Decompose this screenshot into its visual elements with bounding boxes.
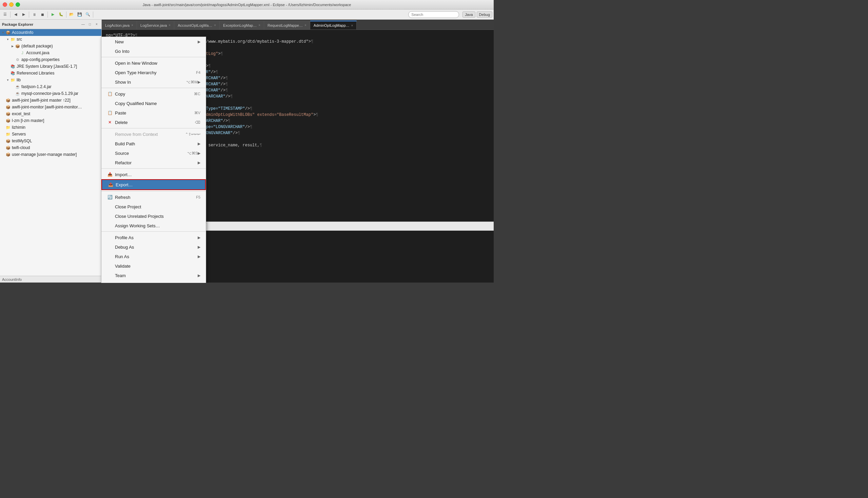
ctx-icon-copy: 📋: [107, 91, 113, 97]
ctx-item-build-path[interactable]: Build Path ▶: [101, 139, 206, 148]
ctx-item-copy-qualified-name[interactable]: Copy Qualified Name: [101, 99, 206, 108]
ctx-label-remove-from-context: Remove from Context: [115, 132, 178, 137]
ctx-item-new[interactable]: New ▶: [101, 37, 206, 47]
ctx-item-team[interactable]: Team ▶: [101, 271, 206, 280]
ctx-label-delete: Delete: [115, 120, 188, 125]
ctx-icon-run-as: [107, 253, 113, 260]
ctx-item-export[interactable]: 📤 Export…: [101, 179, 206, 190]
ctx-label-build-path: Build Path: [115, 141, 198, 146]
ctx-item-gointo[interactable]: Go Into: [101, 47, 206, 56]
context-menu-overlay[interactable]: New ▶ Go Into Open in New Window Open Ty…: [0, 0, 494, 283]
ctx-label-paste: Paste: [115, 110, 188, 116]
ctx-separator-sep6: [101, 231, 206, 232]
ctx-icon-source: [107, 150, 113, 156]
ctx-arrow-build-path: ▶: [198, 142, 200, 146]
ctx-shortcut-delete: ⌫: [195, 120, 200, 124]
ctx-label-team: Team: [115, 273, 198, 278]
ctx-separator-sep3: [101, 128, 206, 128]
ctx-separator-sep4: [101, 168, 206, 169]
ctx-icon-validate: [107, 263, 113, 269]
ctx-icon-assign-working-sets: [107, 223, 113, 229]
ctx-icon-refresh: 🔄: [107, 194, 113, 200]
ctx-item-import[interactable]: 📥 Import…: [101, 170, 206, 179]
ctx-shortcut-show-in: ⌥⌘W: [186, 80, 198, 84]
ctx-item-assign-working-sets[interactable]: Assign Working Sets…: [101, 221, 206, 231]
ctx-label-export: Export…: [116, 182, 200, 187]
ctx-label-source: Source: [115, 151, 180, 156]
ctx-label-gointo: Go Into: [115, 49, 200, 54]
ctx-arrow-team: ▶: [198, 273, 200, 278]
ctx-label-close-unrelated-projects: Close Unrelated Projects: [115, 214, 200, 219]
ctx-label-new: New: [115, 39, 198, 44]
ctx-arrow-source: ▶: [198, 151, 200, 156]
ctx-label-run-as: Run As: [115, 254, 198, 259]
ctx-label-refactor: Refactor: [115, 160, 198, 165]
ctx-icon-debug-as: [107, 244, 113, 250]
ctx-shortcut-open-type-hierarchy: F4: [196, 70, 200, 75]
ctx-shortcut-paste: ⌘V: [194, 111, 200, 115]
ctx-arrow-compare-with: ▶: [198, 283, 200, 283]
ctx-label-open-new-window: Open in New Window: [115, 61, 200, 66]
ctx-label-assign-working-sets: Assign Working Sets…: [115, 223, 200, 228]
ctx-label-copy-qualified-name: Copy Qualified Name: [115, 101, 200, 106]
ctx-item-remove-from-context: Remove from Context ⌃⇧↩↩↩: [101, 129, 206, 139]
ctx-item-refactor[interactable]: Refactor ▶: [101, 158, 206, 167]
ctx-label-show-in: Show In: [115, 80, 179, 85]
ctx-item-show-in[interactable]: Show In ⌥⌘W ▶: [101, 77, 206, 87]
ctx-arrow-refactor: ▶: [198, 160, 200, 165]
ctx-icon-import: 📥: [107, 171, 113, 178]
ctx-icon-close-project: [107, 204, 113, 210]
ctx-arrow-show-in: ▶: [198, 80, 200, 84]
ctx-separator-sep2: [101, 88, 206, 88]
ctx-arrow-run-as: ▶: [198, 254, 200, 259]
ctx-item-open-type-hierarchy[interactable]: Open Type Hierarchy F4: [101, 68, 206, 77]
ctx-icon-team: [107, 272, 113, 278]
context-menu: New ▶ Go Into Open in New Window Open Ty…: [101, 37, 206, 283]
ctx-item-close-unrelated-projects[interactable]: Close Unrelated Projects: [101, 211, 206, 221]
ctx-label-copy: Copy: [115, 91, 187, 96]
ctx-separator-sep1: [101, 57, 206, 57]
ctx-item-close-project[interactable]: Close Project: [101, 202, 206, 211]
ctx-icon-compare-with: [107, 282, 113, 283]
ctx-item-delete[interactable]: ✕ Delete ⌫: [101, 118, 206, 127]
ctx-icon-copy-qualified-name: [107, 100, 113, 106]
ctx-item-validate[interactable]: Validate: [101, 261, 206, 271]
ctx-label-validate: Validate: [115, 264, 200, 268]
ctx-item-run-as[interactable]: Run As ▶: [101, 252, 206, 261]
ctx-icon-profile-as: [107, 234, 113, 240]
ctx-icon-remove-from-context: [107, 131, 113, 137]
ctx-arrow-debug-as: ▶: [198, 245, 200, 249]
ctx-separator-sep5: [101, 191, 206, 192]
ctx-item-source[interactable]: Source ⌥⌘S ▶: [101, 148, 206, 158]
ctx-icon-gointo: [107, 48, 113, 54]
ctx-icon-close-unrelated-projects: [107, 213, 113, 219]
ctx-shortcut-refresh: F5: [196, 195, 200, 199]
ctx-label-debug-as: Debug As: [115, 245, 198, 250]
ctx-item-compare-with[interactable]: Compare With ▶: [101, 280, 206, 283]
ctx-arrow-profile-as: ▶: [198, 235, 200, 240]
ctx-icon-build-path: [107, 141, 113, 147]
ctx-item-debug-as[interactable]: Debug As ▶: [101, 242, 206, 252]
ctx-label-import: Import…: [115, 172, 200, 177]
ctx-item-paste[interactable]: 📋 Paste ⌘V: [101, 108, 206, 118]
ctx-label-compare-with: Compare With: [115, 283, 198, 283]
ctx-icon-show-in: [107, 79, 113, 85]
ctx-icon-refactor: [107, 160, 113, 166]
ctx-icon-open-type-hierarchy: [107, 69, 113, 76]
ctx-item-profile-as[interactable]: Profile As ▶: [101, 233, 206, 242]
ctx-label-refresh: Refresh: [115, 195, 189, 200]
ctx-icon-paste: 📋: [107, 110, 113, 116]
ctx-label-close-project: Close Project: [115, 204, 200, 209]
ctx-shortcut-copy: ⌘C: [194, 92, 200, 96]
ctx-item-open-new-window[interactable]: Open in New Window: [101, 58, 206, 68]
ctx-label-profile-as: Profile As: [115, 235, 198, 240]
ctx-shortcut-remove-from-context: ⌃⇧↩↩↩: [185, 132, 200, 136]
ctx-arrow-new: ▶: [198, 40, 200, 44]
ctx-item-refresh[interactable]: 🔄 Refresh F5: [101, 193, 206, 202]
ctx-label-open-type-hierarchy: Open Type Hierarchy: [115, 70, 189, 75]
ctx-icon-open-new-window: [107, 60, 113, 66]
ctx-icon-delete: ✕: [107, 119, 113, 125]
ctx-shortcut-source: ⌥⌘S: [187, 151, 198, 156]
ctx-icon-export: 📤: [107, 182, 114, 188]
ctx-item-copy[interactable]: 📋 Copy ⌘C: [101, 89, 206, 99]
